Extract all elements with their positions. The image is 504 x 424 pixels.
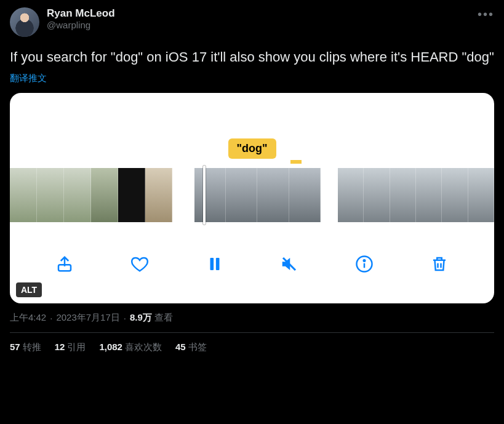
likes-count: 1,082: [99, 342, 122, 353]
quotes-count: 12: [55, 342, 65, 353]
clip-frame: [364, 168, 390, 222]
retweets-count: 57: [10, 342, 20, 353]
clip-frame: [257, 168, 289, 222]
bookmarks-count: 45: [175, 342, 186, 353]
views-label: 查看: [154, 312, 173, 324]
clip-frame: [468, 168, 494, 222]
clips-timeline[interactable]: [10, 168, 494, 222]
trash-icon[interactable]: [427, 252, 452, 276]
clip-group-1[interactable]: [10, 168, 172, 222]
clip-frame: [91, 168, 118, 222]
media-toolbar: [10, 247, 494, 281]
tweet-date[interactable]: 2023年7月17日: [56, 312, 119, 324]
clip-frame: [289, 168, 321, 222]
clip-frame: [64, 168, 91, 222]
tweet-meta: 上午4:42 · 2023年7月17日 · 8.9万 查看: [10, 312, 494, 324]
clip-frame: [10, 168, 37, 222]
divider: [10, 332, 494, 333]
search-term-badge: "dog": [228, 138, 276, 159]
svg-point-6: [364, 260, 366, 262]
author-block[interactable]: Ryan McLeod @warpling: [47, 7, 115, 31]
mute-icon[interactable]: [277, 252, 302, 276]
clip-frame: [442, 168, 468, 222]
dot-separator: ·: [124, 313, 126, 323]
likes-label: 喜欢次数: [125, 342, 162, 353]
svg-rect-1: [210, 258, 214, 270]
clip-frame: [145, 168, 172, 222]
clip-group-2[interactable]: [194, 168, 321, 222]
tweet-text: If you search for "dog" on iOS 17 it'll …: [10, 48, 494, 66]
handle: @warpling: [47, 20, 115, 31]
dot-separator: ·: [50, 313, 52, 323]
clip-frame: [338, 168, 364, 222]
info-icon[interactable]: [352, 252, 377, 276]
display-name: Ryan McLeod: [47, 7, 115, 20]
stats-row: 57 转推 12 引用 1,082 喜欢次数 45 书签: [10, 342, 494, 353]
pause-icon[interactable]: [202, 252, 227, 276]
retweets-label: 转推: [23, 342, 41, 353]
quotes-label: 引用: [67, 342, 86, 353]
translate-link[interactable]: 翻译推文: [10, 73, 47, 84]
likes-stat[interactable]: 1,082 喜欢次数: [99, 342, 162, 353]
media-card[interactable]: "dog": [10, 93, 494, 303]
views-count: 8.9万: [130, 312, 152, 324]
quotes-stat[interactable]: 12 引用: [55, 342, 86, 353]
more-icon[interactable]: •••: [478, 7, 494, 22]
svg-rect-2: [215, 258, 219, 270]
avatar[interactable]: [10, 7, 39, 37]
alt-badge[interactable]: ALT: [16, 282, 42, 297]
clip-frame: [118, 168, 145, 222]
clip-frame: [416, 168, 442, 222]
clip-frame: [37, 168, 64, 222]
bookmarks-stat[interactable]: 45 书签: [175, 342, 207, 353]
tweet-time[interactable]: 上午4:42: [10, 312, 46, 324]
clip-frame: [390, 168, 416, 222]
clip-group-3[interactable]: [338, 168, 494, 222]
retweets-stat[interactable]: 57 转推: [10, 342, 41, 353]
badge-pointer: [290, 160, 302, 164]
heart-icon[interactable]: [127, 252, 152, 276]
playhead[interactable]: [203, 166, 206, 225]
tweet-header: Ryan McLeod @warpling •••: [10, 7, 494, 37]
clip-frame: [226, 168, 257, 222]
bookmarks-label: 书签: [188, 342, 207, 353]
share-icon[interactable]: [52, 252, 77, 276]
clip-frame: [194, 168, 226, 222]
